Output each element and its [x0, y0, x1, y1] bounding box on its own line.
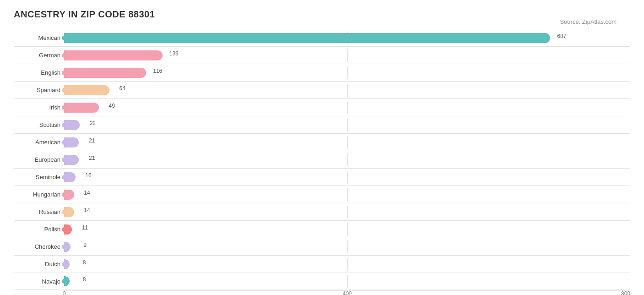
bar-row: Seminole16 [14, 168, 630, 186]
x-tick-800: 800 [621, 290, 630, 295]
bar-container: 139 [64, 49, 630, 62]
bar-row: Navajo8 [14, 273, 630, 290]
bar-container: 8 [64, 275, 630, 288]
bar-row: Spaniard64 [14, 81, 630, 98]
bar-label: Seminole [14, 174, 64, 180]
bar-dot [62, 105, 66, 110]
bar-row: American21 [14, 133, 630, 151]
bars-container: Mexican687German139English116Spaniard64I… [14, 29, 630, 290]
bar-dot [62, 227, 66, 232]
bar-fill: 64 [64, 85, 109, 95]
bar-value-label: 49 [109, 103, 115, 109]
bar-label: Spaniard [14, 87, 64, 93]
bar-dot [62, 175, 66, 180]
bar-dot [62, 279, 66, 284]
bar-value-label: 16 [85, 172, 91, 179]
bar-container: 9 [64, 240, 630, 253]
bar-label: Mexican [14, 34, 64, 41]
bar-container: 21 [64, 136, 630, 149]
bar-container: 21 [64, 153, 630, 166]
bar-label: German [14, 52, 64, 59]
bar-container: 49 [64, 101, 630, 114]
bar-dot [62, 123, 66, 127]
bar-row: Dutch8 [14, 255, 630, 273]
bar-dot [62, 71, 66, 75]
bar-value-label: 64 [120, 85, 126, 92]
bar-container: 116 [64, 66, 630, 79]
x-tick-400: 400 [343, 290, 352, 295]
bar-row: Polish11 [14, 220, 630, 238]
bar-label: Irish [14, 104, 64, 111]
bar-label: Dutch [14, 261, 64, 268]
bar-label: English [14, 69, 64, 76]
bar-container: 16 [64, 171, 630, 184]
bar-value-label: 11 [82, 224, 88, 231]
bar-value-label: 21 [89, 137, 95, 144]
x-tick-0: 0 [63, 290, 66, 295]
bar-row: Russian14 [14, 203, 630, 220]
bar-label: Navajo [14, 278, 64, 285]
bar-dot [62, 140, 66, 145]
bar-value-label: 116 [153, 68, 162, 74]
bar-dot [62, 210, 66, 214]
bar-dot [62, 36, 66, 40]
bar-container: 11 [64, 223, 630, 236]
bar-value-label: 687 [557, 33, 566, 39]
chart-area: Mexican687German139English116Spaniard64I… [14, 29, 630, 295]
bar-label: Hungarian [14, 191, 64, 198]
bar-container: 8 [64, 258, 630, 271]
bar-value-label: 9 [83, 242, 87, 248]
bar-value-label: 8 [83, 276, 86, 283]
bar-label: American [14, 139, 64, 146]
bar-label: Polish [14, 226, 64, 233]
bar-value-label: 139 [169, 50, 179, 57]
bar-label: European [14, 156, 64, 163]
bar-dot [62, 88, 66, 93]
bar-value-label: 14 [84, 190, 90, 196]
bar-row: European21 [14, 151, 630, 168]
bar-container: 14 [64, 188, 630, 201]
bar-fill: 22 [64, 120, 80, 130]
bar-label: Russian [14, 208, 64, 215]
bar-container: 22 [64, 119, 630, 131]
bar-dot [62, 53, 66, 58]
bar-container: 64 [64, 84, 630, 97]
bar-dot [62, 262, 66, 267]
bar-row: English116 [14, 64, 630, 81]
bar-container: 14 [64, 206, 630, 219]
bar-fill: 116 [64, 68, 146, 78]
bar-row: Irish49 [14, 98, 630, 116]
bar-fill: 49 [64, 103, 99, 113]
bar-dot [62, 245, 66, 249]
bar-dot [62, 158, 66, 162]
bar-label: Cherokee [14, 243, 64, 250]
bar-value-label: 14 [84, 207, 90, 213]
source-label: Source: ZipAtlas.com [560, 18, 617, 25]
chart-title: ANCESTRY IN ZIP CODE 88301 [14, 9, 630, 20]
bar-row: German139 [14, 46, 630, 64]
bar-fill: 139 [64, 50, 163, 60]
bar-row: Hungarian14 [14, 186, 630, 203]
bar-value-label: 8 [83, 259, 86, 266]
bar-value-label: 21 [89, 155, 95, 161]
bar-row: Scottish22 [14, 116, 630, 133]
bar-fill: 687 [64, 33, 550, 43]
bar-label: Scottish [14, 121, 64, 128]
bar-container: 687 [64, 32, 630, 44]
bar-dot [62, 192, 66, 197]
bar-row: Mexican687 [14, 29, 630, 46]
bar-row: Cherokee9 [14, 238, 630, 255]
bar-value-label: 22 [90, 120, 96, 126]
